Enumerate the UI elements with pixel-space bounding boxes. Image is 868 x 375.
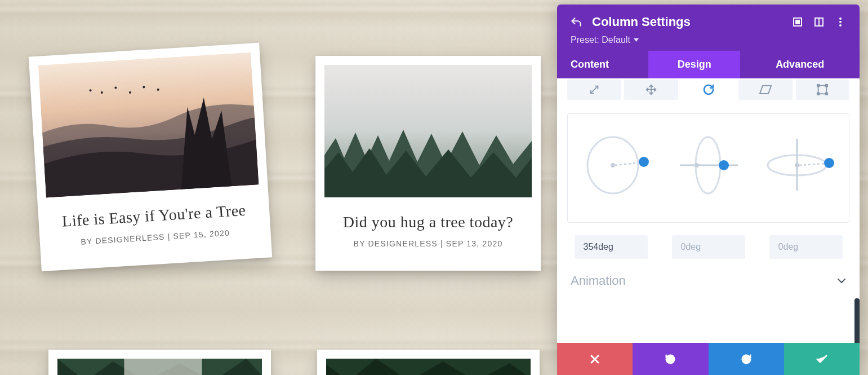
redo-button[interactable] xyxy=(709,343,784,375)
column-settings-panel: Column Settings Preset: Default Content … xyxy=(557,5,860,375)
svg-rect-21 xyxy=(817,93,820,95)
blog-card[interactable]: Life is Easy if You're a Tree BY DESIGNE… xyxy=(29,43,272,271)
expand-icon[interactable] xyxy=(792,16,803,28)
svg-rect-22 xyxy=(826,93,828,95)
card-image xyxy=(38,52,259,198)
tab-advanced[interactable]: Advanced xyxy=(740,51,860,78)
svg-rect-12 xyxy=(796,20,799,24)
card-title[interactable]: Life is Easy if You're a Tree xyxy=(47,200,261,231)
scrollbar-thumb[interactable] xyxy=(854,298,860,343)
settings-tabs: Content Design Advanced xyxy=(557,51,860,78)
tab-content[interactable]: Content xyxy=(557,51,648,78)
blog-card[interactable]: Did you hug a tree today? BY DESIGNERLES… xyxy=(315,56,541,271)
svg-rect-9 xyxy=(124,359,202,375)
card-image xyxy=(326,359,531,375)
snap-icon[interactable] xyxy=(813,16,825,28)
transform-rotate-tab[interactable] xyxy=(682,80,735,100)
svg-point-24 xyxy=(611,163,615,167)
card-meta: BY DESIGNERLESS | SEP 15, 2020 xyxy=(49,226,262,248)
kebab-menu-icon[interactable] xyxy=(835,16,846,28)
chevron-down-icon xyxy=(634,38,639,42)
svg-point-33 xyxy=(795,163,799,167)
redo-icon xyxy=(740,353,753,365)
svg-point-29 xyxy=(695,163,699,167)
svg-point-15 xyxy=(839,17,842,20)
card-image xyxy=(57,359,262,375)
undo-button[interactable] xyxy=(633,343,708,375)
card-meta: BY DESIGNERLESS | SEP 13, 2020 xyxy=(324,239,532,248)
svg-rect-20 xyxy=(826,85,828,87)
card-image xyxy=(324,65,532,197)
blog-card[interactable] xyxy=(48,350,271,375)
chevron-down-icon xyxy=(837,278,846,284)
transform-origin-tab[interactable] xyxy=(796,80,849,100)
transform-translate-tab[interactable] xyxy=(624,80,678,100)
svg-point-16 xyxy=(839,21,842,23)
rotate-y-input[interactable] xyxy=(672,235,745,259)
transform-skew-tab[interactable] xyxy=(738,80,792,100)
check-icon xyxy=(816,355,827,364)
save-button[interactable] xyxy=(784,343,860,375)
svg-line-25 xyxy=(615,162,641,165)
card-title[interactable]: Did you hug a tree today? xyxy=(324,213,532,231)
svg-point-35 xyxy=(824,158,834,168)
animation-section-toggle[interactable]: Animation xyxy=(567,259,849,294)
rotate-x-input[interactable] xyxy=(575,235,648,259)
svg-point-30 xyxy=(719,160,729,170)
rotate-z-input[interactable] xyxy=(769,235,843,259)
undo-icon[interactable] xyxy=(571,16,582,28)
panel-title: Column Settings xyxy=(592,15,782,29)
rotate-y-control[interactable] xyxy=(671,134,745,196)
blog-card[interactable] xyxy=(317,350,540,375)
undo-icon xyxy=(664,353,676,365)
rotate-z-control[interactable] xyxy=(763,134,836,196)
rotate-x-control[interactable] xyxy=(580,134,653,196)
rotate-values-row xyxy=(567,235,849,259)
svg-point-17 xyxy=(839,24,842,27)
animation-label: Animation xyxy=(571,273,626,288)
close-icon xyxy=(590,354,600,364)
transform-type-tabs xyxy=(567,78,849,100)
preset-selector[interactable]: Preset: Default xyxy=(571,35,639,45)
svg-point-26 xyxy=(639,157,649,167)
svg-line-34 xyxy=(799,164,826,165)
panel-body[interactable]: Animation xyxy=(557,78,860,343)
rotate-controls xyxy=(567,113,849,223)
panel-header: Column Settings Preset: Default xyxy=(557,5,860,51)
cancel-button[interactable] xyxy=(557,343,633,375)
svg-rect-19 xyxy=(817,85,820,87)
transform-scale-tab[interactable] xyxy=(567,80,621,100)
panel-footer xyxy=(557,343,860,375)
tab-design[interactable]: Design xyxy=(648,51,740,78)
preset-label: Preset: Default xyxy=(571,35,630,45)
